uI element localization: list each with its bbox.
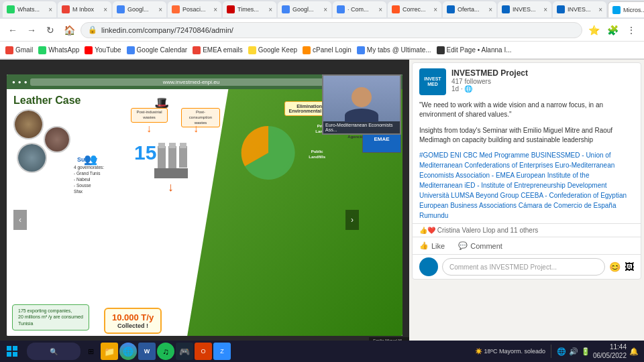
tab-bar: Whats... × M Inbox × Googl... × Posaci..… [0, 0, 644, 19]
tab-oferta[interactable]: Oferta... × [443, 1, 496, 17]
pie-chart [238, 123, 299, 183]
org-followers: 417 followers [451, 78, 634, 85]
bookmark-calendar[interactable]: Google Calendar [127, 46, 188, 54]
taskbar: 🔍 ⊞ 📁 🌐 W ♫ 🎮 O Z ☀️ 18ºC Mayorm. solead… [0, 341, 644, 362]
bookmark-mytabs[interactable]: My tabs @ Ultimate... [357, 46, 431, 54]
taskbar-app-icons: 🔍 ⊞ 📁 🌐 W ♫ 🎮 O Z [24, 343, 470, 360]
org-name: INVESTMED Project [451, 68, 634, 78]
tab-micros[interactable]: Micros... × [608, 1, 644, 17]
thumbs-up-icon: 👍 [419, 241, 429, 250]
collected-sub: Collected ! [112, 322, 154, 329]
network-icon: 🌐 [557, 347, 566, 356]
comment-input[interactable]: Comment as INVESTMED Project... [442, 258, 605, 276]
emoji-button[interactable]: 😊 [609, 261, 621, 272]
slide-title: Leather Case [13, 95, 81, 107]
files-button[interactable]: 📁 [101, 343, 118, 360]
svg-rect-0 [7, 346, 11, 351]
video-call-person: Euro-Mediterranean Economists Ass... [323, 76, 400, 133]
post-consumer-box: Post-consumptíon wastes [181, 108, 220, 127]
tab-inves1[interactable]: INVES... × [498, 1, 551, 17]
volume-icon: 🔊 [569, 347, 578, 356]
office-button[interactable]: O [195, 343, 212, 360]
arrow-down-1: ↓ [146, 123, 152, 135]
windows-icon [7, 346, 17, 357]
forward-button[interactable]: → [24, 23, 39, 38]
svg-rect-3 [13, 352, 17, 357]
tab-correc[interactable]: Correc... × [388, 1, 441, 17]
slide-big-number: 15 [134, 141, 156, 164]
bookmark-emea[interactable]: EMEA emails [193, 46, 242, 54]
post-hashtags: #GOMED ENI CBC Med Programme BUSINESSMED… [413, 147, 641, 223]
taskbar-tray: ☀️ 18ºC Mayorm. soleado 🌐 🔊 🔋 11:44 06/0… [470, 343, 644, 360]
right-panel: INVESTMED INVESTMED Project 417 follower… [409, 60, 644, 362]
tab-times[interactable]: Times... × [223, 1, 276, 17]
arrow-down-2: ↓ [193, 123, 199, 135]
tab-google1[interactable]: Googl... × [113, 1, 166, 17]
linkedin-post: INVESTMED INVESTMED Project 417 follower… [412, 62, 641, 280]
word-button[interactable]: W [138, 343, 156, 360]
chrome-button[interactable]: 🌐 [119, 343, 137, 360]
bookmark-youtube[interactable]: YouTube [85, 46, 121, 54]
page-content: ●●● www.investmed-enpi.eu Options de dia… [0, 60, 644, 362]
steam-button[interactable]: 🎮 [176, 343, 193, 360]
extensions-button[interactable]: 🧩 [605, 23, 620, 38]
svg-rect-2 [7, 352, 11, 357]
user-avatar [419, 257, 438, 276]
bookmark-whatsapp[interactable]: WhatsApp [38, 46, 79, 54]
like-button[interactable]: 👍 Like [419, 239, 445, 253]
post-quote: "We need to work with a wide vision and … [413, 98, 641, 122]
lock-icon: 🔒 [88, 25, 97, 34]
bookmarks-bar: Gmail WhatsApp YouTube Google Calendar E… [0, 42, 644, 59]
tab-whatsapp[interactable]: Whats... × [3, 1, 56, 17]
notification-icon[interactable]: 🔔 [629, 347, 639, 356]
comment-button[interactable]: 💬 Comment [458, 239, 502, 253]
spotify-button[interactable]: ♫ [157, 343, 174, 360]
org-logo: INVESTMED [419, 68, 446, 95]
slide-image-2 [17, 143, 47, 173]
comment-input-area: Comment as INVESTMED Project... 😊 🖼 [413, 254, 641, 279]
collected-title: 10.000 T/y [112, 312, 154, 322]
system-clock: 11:44 06/05/2022 [593, 343, 627, 360]
label-public: PublicLandfills [309, 149, 325, 160]
browser-chrome: Whats... × M Inbox × Googl... × Posaci..… [0, 0, 644, 60]
tab-com[interactable]: · Com... × [333, 1, 386, 17]
bookmark-button[interactable]: ⭐ [586, 23, 601, 38]
taskview-button[interactable]: ⊞ [82, 343, 99, 360]
post-reactions: 👍❤️ Cristina Valero Llop and 11 others [413, 223, 641, 237]
bookmark-gmail[interactable]: Gmail [5, 46, 33, 54]
nav-bar: ← → ↻ 🏠 🔒 linkedin.com/company/72470846/… [0, 19, 644, 42]
video-call-label: Euro-Mediterranean Economists Ass... [323, 121, 400, 133]
zoom-button[interactable]: Z [213, 343, 231, 360]
bookmark-editpage[interactable]: Edit Page • Alanna I... [437, 46, 512, 54]
slide-image-3 [44, 126, 70, 153]
search-taskbar-button[interactable]: 🔍 [27, 343, 80, 360]
reload-button[interactable]: ↻ [43, 23, 58, 38]
survey-details: 4 governorates:- Grand Tunis- Nabeul- So… [74, 164, 104, 194]
tab-posaci[interactable]: Posaci... × [168, 1, 221, 17]
collected-box: 10.000 T/y Collected ! [104, 308, 162, 334]
image-button[interactable]: 🖼 [625, 261, 634, 272]
slide-stats: 175 exporting companies, 20 millions m³ … [12, 304, 89, 330]
address-bar[interactable]: 🔒 linkedin.com/company/72470846/admin/ [80, 22, 582, 38]
bookmark-keep[interactable]: Google Keep [248, 46, 297, 54]
survey-people-icon: 👥 [84, 153, 97, 166]
start-button[interactable] [0, 341, 24, 362]
bookmark-cpanel[interactable]: cPanel Login [303, 46, 352, 54]
arrow-to-collected: ↓ [168, 180, 174, 194]
slide-next-button[interactable]: › [345, 210, 359, 230]
post-industrial-box: Post-industrial wastes [131, 108, 168, 123]
back-button[interactable]: ← [5, 23, 20, 38]
post-header: INVESTMED INVESTMED Project 417 follower… [413, 63, 641, 98]
tab-inves2[interactable]: INVES... × [553, 1, 606, 17]
tab-inbox[interactable]: M Inbox × [58, 1, 111, 17]
menu-button[interactable]: ⋮ [624, 23, 639, 38]
tab-google2[interactable]: Googl... × [278, 1, 331, 17]
svg-rect-1 [13, 346, 17, 351]
org-info: INVESTMED Project 417 followers 1d · 🌐 [451, 68, 634, 93]
slide-image-1 [13, 109, 44, 139]
battery-icon: 🔋 [581, 347, 590, 356]
slide-prev-button[interactable]: ‹ [13, 210, 27, 230]
home-button[interactable]: 🏠 [62, 23, 76, 38]
post-insights: Insights from today's Seminar with Emili… [413, 123, 641, 147]
weather-display: ☀️ 18ºC Mayorm. soleado [475, 348, 545, 355]
